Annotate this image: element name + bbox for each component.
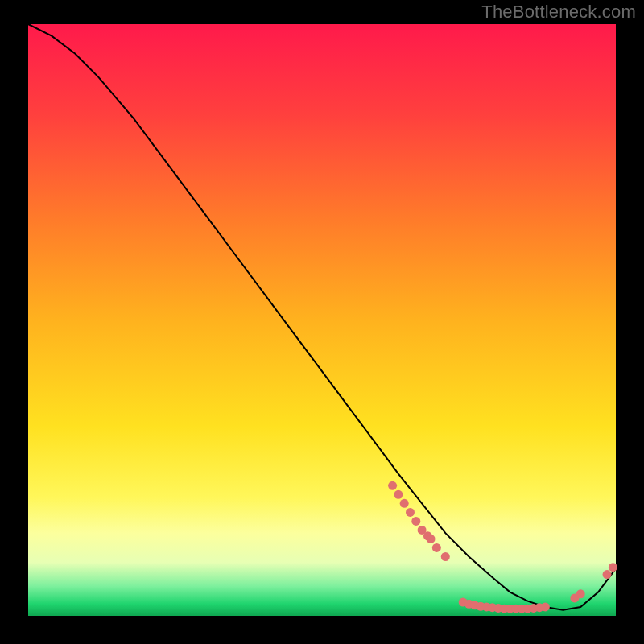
- data-point: [541, 602, 550, 611]
- data-point: [432, 543, 441, 552]
- bottleneck-curve: [28, 24, 616, 610]
- data-point: [603, 570, 612, 579]
- data-point: [406, 508, 415, 517]
- data-points: [388, 481, 617, 613]
- chart-stage: TheBottleneck.com: [0, 0, 644, 644]
- plot-area: [28, 24, 616, 616]
- data-point: [441, 552, 450, 561]
- data-point: [576, 589, 585, 598]
- data-point: [400, 499, 409, 508]
- data-point: [427, 535, 436, 543]
- watermark-text: TheBottleneck.com: [481, 2, 636, 23]
- chart-overlay: [28, 24, 616, 616]
- data-point: [394, 490, 402, 499]
- data-point: [388, 481, 397, 490]
- data-point: [609, 563, 617, 572]
- data-point: [411, 517, 420, 526]
